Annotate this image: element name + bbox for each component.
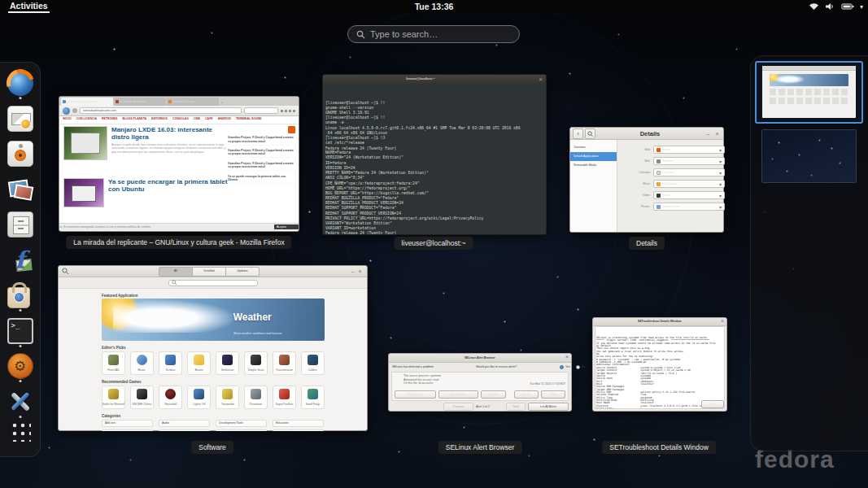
search-button[interactable] — [585, 129, 595, 139]
app-dropdown[interactable]: Rhythmbox ▾ — [653, 180, 725, 188]
game-tile[interactable]: Neverball — [159, 386, 182, 409]
tab-installed[interactable]: Installed — [192, 267, 226, 277]
search-input[interactable]: Type to search… — [347, 25, 520, 43]
dock-item-shotwell[interactable] — [7, 176, 34, 203]
window-settings-details[interactable]: ‹ Details – × Overview Default Applicati… — [569, 127, 724, 233]
game-tile[interactable]: Battle for Wesnoth — [102, 386, 125, 409]
notification-badge[interactable] — [288, 126, 295, 133]
close-icon[interactable]: × — [565, 354, 569, 359]
sidebar-item-default-applications[interactable]: Default Applications — [570, 152, 617, 161]
app-tile[interactable]: FreeCAD — [102, 351, 125, 375]
dock-item-rhythmbox[interactable] — [7, 141, 34, 167]
article-title[interactable]: Manjaro LXDE 16.03: interesante distro l… — [111, 126, 228, 141]
close-button[interactable]: Close — [701, 400, 724, 408]
category-button[interactable]: Office — [273, 429, 324, 431]
site-nav-item[interactable]: CONSOLAS — [172, 117, 189, 120]
radio-yes[interactable] — [560, 365, 564, 369]
game-tile[interactable]: GNOME Chess — [130, 386, 154, 409]
new-tab-button[interactable]: + — [221, 101, 223, 104]
tab-all[interactable]: All — [159, 267, 193, 277]
app-tile[interactable]: Simple Scan — [244, 351, 268, 375]
sidebar-post-link[interactable]: Guardian Project, F-Droid y Copperhead c… — [228, 162, 296, 171]
article-2[interactable]: Ya se puede encargar la primera tablet c… — [63, 178, 228, 207]
app-tile[interactable]: Music — [130, 351, 154, 375]
dock-item-selinux-troubleshooter[interactable]: ⚙ — [7, 353, 34, 379]
app-dropdown[interactable]: Firefox ▾ — [653, 146, 725, 154]
close-icon[interactable]: × — [356, 268, 364, 274]
site-nav-item[interactable]: CINE — [194, 117, 200, 120]
game-tile[interactable]: Chromium — [244, 386, 268, 409]
game-tile[interactable]: Lights Off — [187, 386, 211, 409]
radio-no[interactable] — [576, 365, 580, 369]
workspace-thumbnail-2[interactable] — [761, 129, 857, 183]
browser-tab[interactable]: DistroWatch.com — [167, 98, 219, 106]
back-button[interactable]: ‹ — [573, 129, 583, 139]
dock-item-firefox[interactable] — [7, 70, 34, 96]
search-icon[interactable] — [62, 268, 69, 275]
close-icon[interactable]: × — [721, 318, 724, 324]
game-tile[interactable]: SuperTuxKart — [273, 386, 296, 409]
cookie-accept-button[interactable]: Aceptar — [274, 224, 299, 229]
game-tile[interactable]: Swell Foop — [301, 386, 325, 409]
site-nav-item[interactable]: TERMINAL SOUND — [236, 117, 262, 120]
category-button[interactable]: Graphics — [159, 429, 210, 431]
notify-admin-button[interactable]: Notify Admin — [438, 390, 478, 399]
software-search-entry[interactable] — [168, 280, 258, 286]
minimize-icon[interactable]: – — [349, 268, 356, 274]
dock-item-terminal[interactable]: >_ — [7, 318, 34, 344]
category-button[interactable]: Audio — [159, 420, 210, 427]
close-icon[interactable]: × — [539, 76, 543, 83]
app-tile[interactable]: Scribus — [159, 351, 182, 375]
article-title[interactable]: Ya se puede encargar la primera tablet c… — [108, 178, 228, 193]
site-nav-item[interactable]: CAFE — [205, 117, 213, 120]
details-button[interactable]: Details — [481, 390, 506, 399]
sidebar-post-link[interactable]: Guardian Project, F-Droid y Copperhead c… — [228, 136, 296, 145]
site-nav-item[interactable]: INICIO — [63, 117, 72, 120]
dock-item-evolution[interactable] — [7, 106, 34, 132]
app-tile[interactable]: Calibre — [301, 351, 325, 375]
sidebar-item-overview[interactable]: Overview — [570, 143, 617, 152]
clock[interactable]: Tue 13:36 — [415, 2, 454, 11]
featured-app-banner[interactable]: Weather Show weather conditions and fore… — [102, 298, 325, 341]
category-button[interactable]: Development Tools — [216, 420, 267, 427]
url-bar[interactable]: lamiradadelreplicante.com — [80, 107, 242, 114]
dock-item-software[interactable] — [7, 282, 34, 308]
site-nav-item[interactable]: RETRONES — [102, 117, 117, 120]
app-dropdown[interactable]: Evolution ▾ — [653, 157, 725, 165]
dock-item-fedora-docs[interactable]: f — [7, 247, 34, 273]
sidebar-post-link[interactable]: Ya se puede encargar la primera tablet c… — [228, 174, 296, 183]
forward-button[interactable] — [72, 108, 77, 113]
app-tile[interactable]: Transmission — [273, 351, 296, 375]
app-dropdown[interactable]: Calendar ▾ — [653, 168, 725, 176]
system-status-area[interactable]: ▾ — [809, 0, 863, 13]
sidebar-item-removable-media[interactable]: Removable Media — [570, 161, 617, 170]
activities-button[interactable]: Activities — [8, 1, 50, 13]
workspace-thumbnail-1-active[interactable] — [755, 61, 863, 124]
back-button[interactable] — [63, 107, 70, 115]
dock-item-files[interactable] — [7, 211, 34, 237]
delete-button[interactable]: Delete — [541, 390, 565, 399]
previous-alert-button[interactable]: Previous — [443, 403, 473, 411]
window-setroubleshoot-details[interactable]: SETroubleshoot Details Window × SELinux … — [592, 317, 727, 412]
app-dropdown[interactable]: Image Viewer ▾ — [653, 203, 725, 211]
app-tile[interactable]: Boxes — [187, 351, 211, 375]
app-tile[interactable]: Stellarium — [216, 351, 239, 375]
show-applications-button[interactable] — [7, 419, 34, 445]
category-button[interactable]: Internet — [216, 429, 267, 431]
site-nav-item[interactable]: BLOGS PLANETA — [122, 117, 146, 120]
browser-tab[interactable]: La mirada del replicante… — [61, 98, 113, 106]
browser-search-box[interactable] — [244, 107, 278, 114]
game-tile[interactable]: Teeworlds — [216, 386, 239, 409]
category-button[interactable]: Games — [102, 429, 153, 431]
toolbar-icons[interactable] — [281, 110, 295, 112]
ignore-button[interactable]: Ignore — [514, 390, 539, 399]
list-all-alerts-button[interactable]: List All Alerts — [528, 403, 569, 411]
window-software[interactable]: All Installed Updates – × Featured Appli… — [58, 265, 368, 431]
window-terminal[interactable]: liveuser@localhost:~ × [liveuser@localho… — [322, 74, 547, 235]
site-nav-item[interactable]: ANDROID — [218, 117, 231, 120]
close-icon[interactable]: × — [713, 131, 721, 137]
browser-tab[interactable]: La mirada del replica… — [114, 98, 166, 106]
tab-updates[interactable]: Updates — [225, 267, 260, 277]
category-button[interactable]: Education — [273, 420, 324, 427]
next-alert-button[interactable]: Next — [506, 403, 526, 411]
